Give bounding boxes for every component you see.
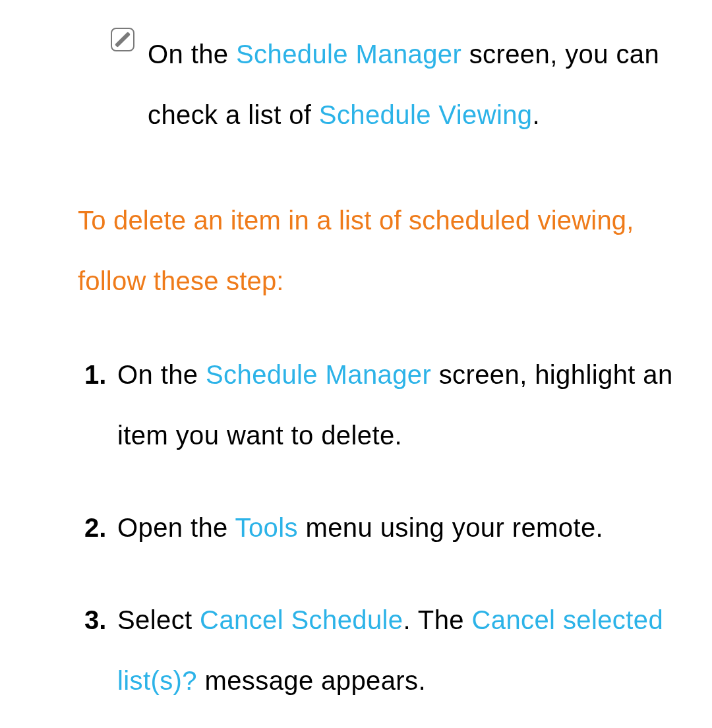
text: Open the <box>117 513 235 542</box>
step-body: Open the Tools menu using your remote. <box>117 497 686 558</box>
step-body: On the Schedule Manager screen, highligh… <box>117 344 686 466</box>
text: menu using your remote. <box>298 513 603 542</box>
note-block: On the Schedule Manager screen, you can … <box>111 24 686 145</box>
highlight-text: Schedule Manager <box>236 40 461 69</box>
list-item: 3.Select Cancel Schedule. The Cancel sel… <box>84 590 686 711</box>
highlight-text: Schedule Manager <box>206 360 431 389</box>
highlight-text: Cancel Schedule <box>200 605 403 634</box>
step-number: 1. <box>84 344 109 405</box>
text: . The <box>403 605 472 634</box>
section-heading: To delete an item in a list of scheduled… <box>78 190 686 311</box>
text: On the <box>117 360 206 389</box>
step-number: 2. <box>84 497 109 558</box>
text: message appears. <box>197 666 426 695</box>
text: On the <box>148 40 236 69</box>
highlight-text: Tools <box>235 513 298 542</box>
step-number: 3. <box>84 590 109 650</box>
list-item: 1.On the Schedule Manager screen, highli… <box>84 344 686 466</box>
step-body: Select Cancel Schedule. The Cancel selec… <box>117 590 686 711</box>
list-item: 2.Open the Tools menu using your remote. <box>84 497 686 558</box>
steps-list: 1.On the Schedule Manager screen, highli… <box>78 344 686 711</box>
manual-page: On the Schedule Manager screen, you can … <box>0 0 712 711</box>
note-pencil-icon <box>111 28 134 51</box>
text: Select <box>117 605 200 634</box>
note-text: On the Schedule Manager screen, you can … <box>148 24 686 145</box>
highlight-text: Schedule Viewing <box>319 100 533 129</box>
text: . <box>533 100 541 129</box>
